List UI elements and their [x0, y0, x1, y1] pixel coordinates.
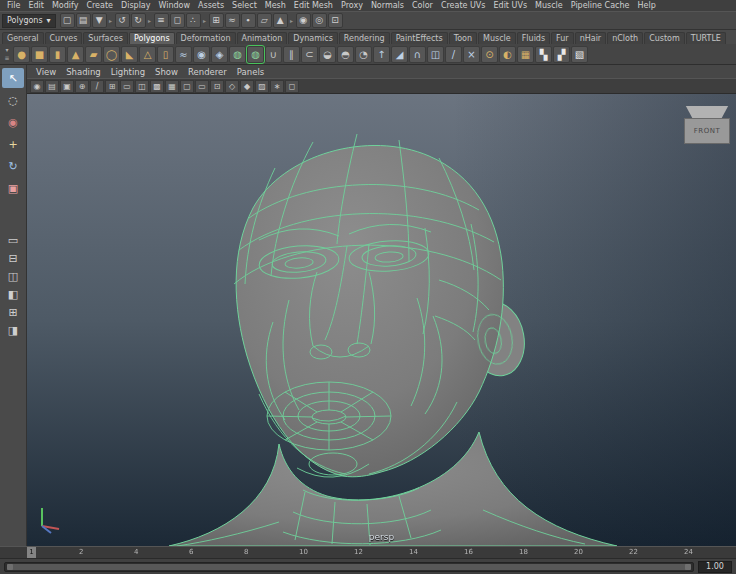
shelf-tab[interactable]: Custom [644, 32, 685, 44]
poly-cone-icon[interactable]: ▲ [67, 46, 84, 63]
boolean-intersection-icon[interactable]: ◔ [355, 46, 372, 63]
shelf-tab[interactable]: General [2, 32, 44, 44]
poly-prism-icon[interactable]: ◣ [121, 46, 138, 63]
uv-checker-b-icon[interactable]: ▞ [553, 46, 570, 63]
menu-item[interactable]: Edit [24, 1, 48, 10]
rotate-tool[interactable]: ↻ [2, 156, 24, 176]
quad-draw-icon[interactable]: ▦ [517, 46, 534, 63]
snap-to-plane-icon[interactable]: ▱ [257, 13, 272, 28]
menu-item[interactable]: Mesh [261, 1, 290, 10]
render-frame-icon[interactable]: ◉ [296, 13, 311, 28]
wireframe-mode-icon[interactable]: ◇ [225, 80, 239, 93]
poly-cylinder-icon[interactable]: ▮ [49, 46, 66, 63]
poly-torus-icon[interactable]: ◯ [103, 46, 120, 63]
menu-item[interactable]: Assets [194, 1, 228, 10]
platonic-solid-icon[interactable]: ◈ [211, 46, 228, 63]
menu-item[interactable]: Normals [367, 1, 408, 10]
target-weld-icon[interactable]: ⊙ [481, 46, 498, 63]
safe-title-icon[interactable]: ▭ [195, 80, 209, 93]
mirror-geometry-icon[interactable]: ◐ [499, 46, 516, 63]
pan-zoom-icon[interactable]: ⊕ [75, 80, 89, 93]
layout-three-split-button[interactable]: ◧ [2, 286, 24, 302]
select-component-icon[interactable]: ∴ [186, 13, 201, 28]
bookmarks-icon[interactable]: ▤ [45, 80, 59, 93]
poly-helix-icon[interactable]: ≈ [175, 46, 192, 63]
select-object-icon[interactable]: ◻ [170, 13, 185, 28]
field-chart-icon[interactable]: ▦ [165, 80, 179, 93]
layout-single-pane-button[interactable]: ▭ [2, 232, 24, 248]
lasso-tool[interactable]: ◌ [2, 90, 24, 110]
current-frame-marker[interactable]: 1 [27, 547, 36, 558]
viewport-persp[interactable]: FRONT persp [27, 94, 736, 546]
paint-select-tool[interactable]: ◉ [2, 112, 24, 132]
make-live-icon[interactable]: ▲ [273, 13, 288, 28]
shelf-tab[interactable]: Animation [237, 32, 288, 44]
poly-sphere-icon[interactable]: ● [13, 46, 30, 63]
xray-icon[interactable]: ◻ [285, 80, 299, 93]
layout-two-side-button[interactable]: ◫ [2, 268, 24, 284]
separator-icon[interactable]: ▸ [147, 13, 153, 28]
save-scene-icon[interactable]: ▼ [92, 13, 107, 28]
bridge-icon[interactable]: ∩ [409, 46, 426, 63]
panel-menu-item[interactable]: Renderer [183, 67, 232, 77]
menu-item[interactable]: Pipeline Cache [567, 1, 634, 10]
extrude-icon[interactable]: ↑ [373, 46, 390, 63]
grid-icon[interactable]: ⊞ [105, 80, 119, 93]
menu-item[interactable]: Edit Mesh [290, 1, 337, 10]
shelf-tab[interactable]: Muscle [478, 32, 516, 44]
menu-item[interactable]: Select [228, 1, 261, 10]
time-slider[interactable]: 1 24681012141618202224 [0, 546, 736, 558]
view-cube-top-face[interactable] [684, 106, 730, 118]
menu-item[interactable]: Window [155, 1, 195, 10]
separator-icon[interactable]: ▸ [289, 13, 295, 28]
poly-cube-icon[interactable]: ■ [31, 46, 48, 63]
resolution-gate-icon[interactable]: ◫ [135, 80, 149, 93]
render-settings-icon[interactable]: ⊡ [328, 13, 343, 28]
poly-plane-icon[interactable]: ▰ [85, 46, 102, 63]
shelf-menu-button[interactable]: ▾≡ [2, 46, 12, 63]
panel-menu-item[interactable]: Lighting [106, 67, 150, 77]
smooth-icon[interactable]: ◍ [247, 46, 264, 63]
separator-icon[interactable]: ▸ [202, 13, 208, 28]
poly-pyramid-icon[interactable]: △ [139, 46, 156, 63]
panel-menu-item[interactable]: Show [150, 67, 183, 77]
extract-icon[interactable]: ⊂ [301, 46, 318, 63]
view-cube[interactable]: FRONT [684, 106, 730, 146]
scale-tool[interactable]: ▣ [2, 178, 24, 198]
shelf-tab[interactable]: Curves [45, 32, 83, 44]
shelf-tab[interactable]: TURTLE [686, 32, 726, 44]
new-scene-icon[interactable]: ▢ [60, 13, 75, 28]
menu-item[interactable]: Create UVs [437, 1, 490, 10]
snap-to-grid-icon[interactable]: ⊞ [209, 13, 224, 28]
shelf-tab[interactable]: Dynamics [288, 32, 337, 44]
menu-item[interactable]: File [3, 1, 24, 10]
undo-icon[interactable]: ↺ [115, 13, 130, 28]
safe-action-icon[interactable]: ▢ [180, 80, 194, 93]
lights-icon[interactable]: ∗ [270, 80, 284, 93]
menu-item[interactable]: Proxy [337, 1, 367, 10]
shelf-tab[interactable]: Polygons [129, 32, 175, 44]
layout-four-pane-button[interactable]: ⊞ [2, 304, 24, 320]
menu-item[interactable]: Muscle [531, 1, 567, 10]
shelf-tab[interactable]: Fur [551, 32, 574, 44]
range-slider-bar[interactable] [7, 564, 691, 570]
snap-to-curve-icon[interactable]: ≈ [225, 13, 240, 28]
uv-checker-a-icon[interactable]: ▚ [535, 46, 552, 63]
poly-soccer-ball-icon[interactable]: ◉ [193, 46, 210, 63]
bevel-icon[interactable]: ◢ [391, 46, 408, 63]
film-gate-icon[interactable]: ▭ [120, 80, 134, 93]
insert-edge-loop-icon[interactable]: ◫ [427, 46, 444, 63]
playback-speed-field[interactable]: 1.00 [698, 561, 732, 573]
menu-item[interactable]: Edit UVs [490, 1, 532, 10]
menu-item[interactable]: Display [117, 1, 155, 10]
range-start-handle[interactable] [7, 564, 13, 570]
move-tool[interactable]: + [2, 134, 24, 154]
view-cube-front-face[interactable]: FRONT [684, 118, 730, 144]
shelf-tab[interactable]: Toon [449, 32, 477, 44]
shelf-tab[interactable]: nHair [575, 32, 607, 44]
menu-item[interactable]: Color [408, 1, 437, 10]
sculpt-geometry-icon[interactable]: ◍ [229, 46, 246, 63]
select-tool[interactable]: ↖ [2, 68, 24, 88]
grease-pencil-icon[interactable]: / [90, 80, 104, 93]
panel-menu-item[interactable]: Shading [61, 67, 106, 77]
